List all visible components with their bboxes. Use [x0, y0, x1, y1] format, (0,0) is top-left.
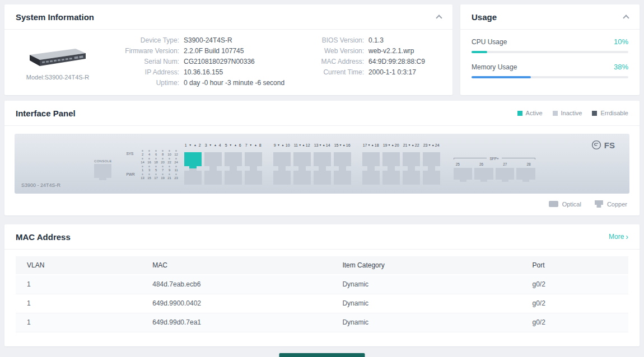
port-3[interactable] [204, 152, 222, 166]
port-13[interactable] [314, 152, 331, 166]
cpu-progress-track [472, 51, 628, 53]
led-indicator-icon [162, 150, 164, 152]
port-status-legend: Active Inactive Errdisable [517, 110, 628, 116]
field-value: web-v2.2.1.wrp [368, 48, 414, 54]
sfp-port-number: 27 [503, 162, 507, 166]
usage-card: Usage CPU Usage 10% Memory Usage 38% [460, 4, 640, 95]
port-5[interactable] [225, 152, 242, 166]
field-label: Device Type: [123, 37, 179, 44]
inactive-swatch-icon [553, 111, 558, 116]
led-indicator-icon [169, 173, 170, 175]
field-label: BIOS Version: [317, 37, 364, 44]
port-pair-label: 23▼▲24 [423, 143, 440, 148]
column-header-mac: MAC [141, 256, 331, 275]
port-6[interactable] [225, 171, 242, 185]
port-26[interactable] [474, 168, 493, 180]
field-label: Serial Num: [123, 58, 179, 65]
collapse-chevron-icon[interactable] [623, 15, 629, 21]
port-group: 1▼▲23▼▲45▼▲67▼▲8 [184, 143, 262, 185]
led-indicator-icon [162, 173, 164, 175]
console-block: CONSOLE [94, 159, 111, 178]
system-info-fields-left: Device Type:S3900-24T4S-R Firmware Versi… [123, 37, 284, 90]
collapse-chevron-icon[interactable] [436, 15, 442, 21]
led-indicator-icon [142, 173, 143, 175]
console-label: CONSOLE [94, 159, 111, 163]
cpu-usage-value: 10% [614, 37, 628, 46]
cell-category: Dynamic [331, 313, 521, 332]
usage-title: Usage [472, 12, 497, 22]
port-16[interactable] [334, 171, 351, 185]
port-8[interactable] [245, 171, 262, 185]
mac-table: VLAN MAC Item Category Port 1 484d.7eab.… [16, 256, 628, 332]
port-column: 1▼▲2 [184, 143, 202, 185]
port-10[interactable] [273, 171, 291, 185]
led-number: 2 [139, 153, 146, 157]
led-number: 13 [139, 176, 146, 180]
port-19[interactable] [382, 152, 400, 166]
field-label: Firmware Version: [123, 48, 179, 54]
port-23[interactable] [423, 152, 440, 166]
port-column: 7▼▲8 [245, 143, 262, 185]
system-info-fields-right: BIOS Version:0.1.3 Web Version:web-v2.2.… [317, 37, 425, 90]
cell-port: g0/2 [521, 313, 628, 332]
legend-item-inactive: Inactive [553, 110, 582, 116]
led-indicator-icon [148, 166, 150, 167]
led-side-labels: SYS PWR [126, 149, 134, 180]
port-27[interactable] [496, 168, 515, 180]
field-value: 2000-1-1 0:3:17 [368, 69, 416, 76]
column-header-item-category: Item Category [331, 256, 521, 275]
led-indicator-icon [142, 166, 143, 167]
port-15[interactable] [334, 152, 351, 166]
port-24[interactable] [423, 171, 440, 185]
port-12[interactable] [293, 171, 311, 185]
sfp-port-number: 25 [456, 162, 460, 166]
led-number: 1 [139, 168, 146, 172]
port-1[interactable] [184, 152, 202, 166]
led-indicator-icon [169, 150, 170, 152]
field-label: MAC Address: [317, 58, 364, 65]
led-indicator-icon [175, 158, 177, 159]
port-4[interactable] [204, 171, 222, 185]
led-number: 14 [139, 161, 146, 165]
mac-address-title: MAC Address [16, 232, 71, 242]
port-9[interactable] [273, 152, 291, 166]
pwr-led-label: PWR [126, 172, 134, 176]
port-14[interactable] [314, 171, 331, 185]
sfp-bracket: SFP+ [454, 157, 535, 161]
active-swatch-icon [517, 111, 522, 116]
led-number-row: 141618202224 [139, 161, 180, 165]
port-type-legend: Optical Copper [4, 194, 640, 215]
port-pair-label: 11▼▲12 [293, 143, 311, 148]
led-number: 16 [146, 161, 153, 165]
port-20[interactable] [382, 171, 400, 185]
field-value: CG2108180297N00336 [184, 58, 255, 65]
led-number: 23 [173, 176, 180, 180]
legend-item-optical: Optical [549, 201, 581, 208]
led-number-row: 1357911 [139, 168, 180, 172]
port-22[interactable] [403, 171, 420, 185]
table-row: 1 484d.7eab.ecb6 Dynamic g0/2 [16, 275, 628, 294]
legend-item-copper: Copper [595, 200, 627, 208]
port-11[interactable] [293, 152, 311, 166]
led-number: 24 [173, 161, 180, 165]
interface-panel-title: Interface Panel [16, 109, 76, 118]
more-link[interactable]: More› [609, 233, 628, 241]
system-information-header: System Information [4, 4, 452, 30]
field-label: IP Address: [123, 69, 179, 76]
field-value: 2.2.0F Build 107745 [184, 48, 244, 54]
led-indicator-icon [162, 158, 164, 159]
cell-category: Dynamic [331, 275, 521, 294]
port-2[interactable] [184, 171, 202, 185]
port-7[interactable] [245, 152, 262, 166]
port-25[interactable] [454, 168, 473, 180]
field-label: Web Version: [317, 48, 364, 54]
console-port [94, 164, 111, 178]
port-28[interactable] [516, 168, 535, 180]
led-number-row: 131517192123 [139, 176, 180, 180]
memory-usage-value: 38% [614, 63, 628, 71]
port-groups: 1▼▲23▼▲45▼▲67▼▲89▼▲1011▼▲1213▼▲1415▼▲161… [184, 143, 440, 185]
port-21[interactable] [403, 152, 420, 166]
port-17[interactable] [362, 152, 380, 166]
port-18[interactable] [362, 171, 380, 185]
field-label: Uptime: [123, 79, 179, 86]
